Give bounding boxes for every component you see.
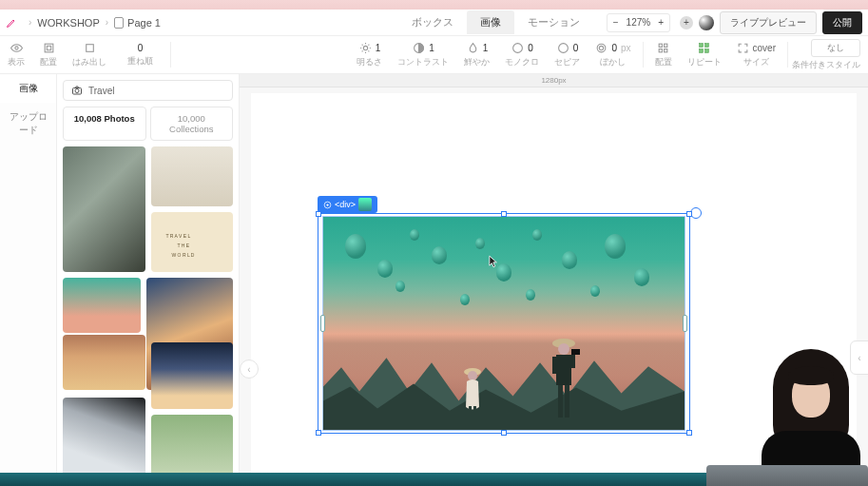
grayscale-icon: [511, 42, 524, 54]
breadcrumb-page[interactable]: Page 1: [114, 17, 161, 29]
thumbnail-7[interactable]: [63, 398, 145, 480]
svg-rect-15: [705, 43, 709, 47]
subtab-photos[interactable]: 10,008 Photos: [63, 107, 146, 141]
thumbnail-9[interactable]: [151, 415, 234, 480]
add-button[interactable]: +: [680, 16, 693, 29]
avatar[interactable]: [699, 15, 714, 30]
search-value: Travel: [88, 86, 114, 96]
svg-point-19: [75, 89, 79, 93]
overflow-icon[interactable]: [84, 42, 96, 54]
repeat-icon[interactable]: [698, 42, 710, 54]
contrast-icon: [413, 42, 425, 54]
prop-display-label: 表示: [8, 56, 25, 68]
page-icon: [114, 17, 124, 29]
svg-rect-3: [86, 44, 93, 51]
selection-bounds[interactable]: [318, 213, 690, 434]
resize-handle-tl[interactable]: [316, 211, 321, 217]
zoom-value: 127%: [627, 17, 651, 28]
selection-thumb-icon: [358, 198, 372, 211]
expand-icon: [737, 42, 749, 54]
resize-handle-bl[interactable]: [316, 430, 321, 436]
prop-layer-value[interactable]: 0: [138, 43, 144, 53]
size-fit-control[interactable]: cover: [737, 42, 776, 54]
position-icon[interactable]: [657, 42, 669, 54]
resize-handle-tr[interactable]: [686, 211, 692, 217]
svg-rect-1: [45, 44, 53, 52]
thumbnail-8[interactable]: [151, 342, 234, 409]
target-icon: [323, 201, 332, 209]
thumbnail-6[interactable]: [63, 335, 145, 390]
edit-icon[interactable]: [6, 17, 17, 29]
thumbnail-1[interactable]: [63, 146, 145, 272]
thumbnail-4[interactable]: [63, 278, 141, 333]
side-tab-upload[interactable]: アップロード: [0, 103, 56, 145]
thumbnail-2[interactable]: [151, 146, 234, 206]
prop-overflow-label: はみ出し: [72, 56, 106, 68]
svg-point-7: [558, 43, 568, 52]
eye-icon[interactable]: [10, 42, 23, 54]
svg-rect-17: [705, 49, 709, 52]
svg-point-9: [598, 44, 607, 52]
align-icon[interactable]: [43, 42, 55, 54]
sepia-icon: [557, 42, 569, 54]
thumbnail-3[interactable]: T R A V E L T H E W O R L D: [151, 212, 234, 272]
breadcrumb-workshop[interactable]: WORKSHOP: [37, 17, 99, 29]
svg-rect-2: [47, 46, 50, 49]
selection-tag-chip[interactable]: <div>: [318, 196, 377, 213]
zoom-in-button[interactable]: +: [658, 18, 664, 28]
tab-motion[interactable]: モーション: [514, 10, 593, 34]
publish-button[interactable]: 公開: [822, 11, 862, 34]
resize-handle-mt[interactable]: [501, 211, 507, 217]
prop-layer-label: 重ね順: [127, 55, 153, 68]
tab-box[interactable]: ボックス: [398, 10, 467, 34]
svg-rect-14: [700, 43, 704, 47]
camera-icon: [71, 85, 83, 96]
search-input[interactable]: Travel: [63, 80, 233, 101]
conditional-none-button[interactable]: なし: [811, 39, 860, 57]
conditional-style-label: 条件付きスタイル: [792, 59, 860, 71]
zoom-out-button[interactable]: −: [613, 18, 619, 28]
svg-rect-11: [665, 44, 667, 47]
tab-image[interactable]: 画像: [467, 10, 514, 34]
svg-point-21: [326, 204, 328, 205]
canvas-ruler: 1280px: [240, 74, 868, 87]
live-preview-button[interactable]: ライブプレビュー: [720, 11, 817, 34]
svg-rect-16: [700, 49, 704, 52]
collapse-panel-button[interactable]: ‹: [240, 360, 259, 379]
svg-point-4: [363, 46, 367, 49]
zoom-control[interactable]: − 127% +: [607, 13, 670, 32]
resize-handle-mb[interactable]: [501, 430, 507, 436]
brightness-icon: [359, 42, 372, 54]
svg-point-0: [14, 46, 17, 49]
svg-rect-13: [665, 49, 667, 51]
subtab-collections[interactable]: 10,000 Collections: [150, 107, 234, 141]
saturation-icon: [467, 42, 479, 54]
resize-handle-br[interactable]: [686, 430, 692, 436]
prop-align-label: 配置: [40, 56, 57, 68]
svg-point-8: [600, 46, 604, 49]
svg-rect-10: [659, 44, 662, 47]
mouse-cursor-icon: [489, 255, 498, 268]
blur-icon: [595, 42, 608, 54]
svg-rect-12: [659, 49, 662, 51]
svg-point-6: [513, 43, 523, 52]
side-tab-image[interactable]: 画像: [0, 74, 56, 103]
laptop-edge: [706, 465, 868, 486]
